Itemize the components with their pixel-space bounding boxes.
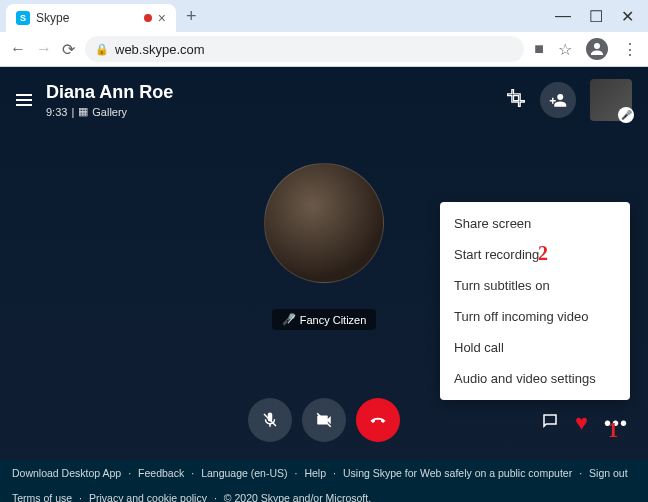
menu-share-screen[interactable]: Share screen bbox=[440, 208, 630, 239]
call-header: Diana Ann Roe 9:33 | ▦ Gallery 🎤 bbox=[0, 67, 648, 133]
address-bar: ← → ⟳ 🔒 web.skype.com ■ ☆ ⋮ bbox=[0, 32, 648, 66]
account-icon[interactable] bbox=[586, 38, 608, 60]
menu-start-recording[interactable]: Start recording bbox=[440, 239, 630, 270]
call-controls bbox=[248, 398, 400, 442]
mute-mic-button[interactable] bbox=[248, 398, 292, 442]
new-tab-button[interactable]: + bbox=[186, 6, 197, 27]
tab-bar: S Skype × + — ☐ ✕ bbox=[0, 0, 648, 32]
footer-link[interactable]: Sign out bbox=[589, 465, 628, 482]
footer-link[interactable]: Terms of use bbox=[12, 490, 72, 502]
footer-link[interactable]: Feedback bbox=[138, 465, 184, 482]
recording-indicator-icon bbox=[144, 14, 152, 22]
footer-link[interactable]: Using Skype for Web safely on a public c… bbox=[343, 465, 572, 482]
footer-link[interactable]: Privacy and cookie policy bbox=[89, 490, 207, 502]
annotation-2: 2 bbox=[538, 242, 548, 265]
footer-copyright: © 2020 Skype and/or Microsoft. bbox=[224, 490, 371, 502]
footer: Download Desktop App· Feedback· Language… bbox=[0, 460, 648, 502]
camera-off-button[interactable] bbox=[302, 398, 346, 442]
more-options-menu: Share screen Start recording Turn subtit… bbox=[440, 202, 630, 400]
maximize-icon[interactable]: ☐ bbox=[589, 7, 603, 26]
menu-subtitles[interactable]: Turn subtitles on bbox=[440, 270, 630, 301]
footer-link[interactable]: Download Desktop App bbox=[12, 465, 121, 482]
bookmark-star-icon[interactable]: ☆ bbox=[558, 40, 572, 59]
lock-icon: 🔒 bbox=[95, 43, 109, 56]
mic-muted-icon: 🎤̸ bbox=[282, 313, 296, 326]
heart-reaction-icon[interactable]: ♥ bbox=[575, 410, 588, 436]
kebab-menu-icon[interactable]: ⋮ bbox=[622, 40, 638, 59]
contact-avatar bbox=[264, 163, 384, 283]
chat-icon[interactable] bbox=[541, 412, 559, 435]
minimize-icon[interactable]: — bbox=[555, 7, 571, 26]
close-window-icon[interactable]: ✕ bbox=[621, 7, 634, 26]
footer-link[interactable]: Language (en-US) bbox=[201, 465, 287, 482]
self-name-chip: 🎤̸ Fancy Citizen bbox=[272, 309, 377, 330]
self-thumbnail[interactable]: 🎤 bbox=[590, 79, 632, 121]
tab-close-icon[interactable]: × bbox=[158, 10, 166, 26]
end-call-button[interactable] bbox=[356, 398, 400, 442]
reload-icon[interactable]: ⟳ bbox=[62, 40, 75, 59]
back-icon[interactable]: ← bbox=[10, 40, 26, 58]
menu-hold-call[interactable]: Hold call bbox=[440, 332, 630, 363]
contact-name: Diana Ann Roe bbox=[46, 82, 173, 103]
hamburger-icon[interactable] bbox=[16, 94, 32, 106]
url-field[interactable]: 🔒 web.skype.com bbox=[85, 36, 524, 62]
forward-icon: → bbox=[36, 40, 52, 58]
url-text: web.skype.com bbox=[115, 42, 205, 57]
call-screen: Diana Ann Roe 9:33 | ▦ Gallery 🎤 🎤̸ Fanc… bbox=[0, 67, 648, 460]
view-label[interactable]: Gallery bbox=[92, 106, 127, 118]
annotation-1: 1 bbox=[608, 419, 618, 442]
call-duration: 9:33 bbox=[46, 106, 67, 118]
camera-icon[interactable]: ■ bbox=[534, 40, 544, 58]
add-participant-button[interactable] bbox=[540, 82, 576, 118]
browser-chrome: S Skype × + — ☐ ✕ ← → ⟳ 🔒 web.skype.com … bbox=[0, 0, 648, 67]
skype-favicon: S bbox=[16, 11, 30, 25]
footer-link[interactable]: Help bbox=[304, 465, 326, 482]
crop-icon[interactable] bbox=[506, 88, 526, 112]
browser-tab[interactable]: S Skype × bbox=[6, 4, 176, 32]
window-controls: — ☐ ✕ bbox=[555, 7, 648, 26]
mic-muted-badge-icon: 🎤 bbox=[618, 107, 634, 123]
call-info: Diana Ann Roe 9:33 | ▦ Gallery bbox=[46, 82, 173, 118]
tab-title: Skype bbox=[36, 11, 138, 25]
menu-av-settings[interactable]: Audio and video settings bbox=[440, 363, 630, 394]
gallery-icon: ▦ bbox=[78, 105, 88, 118]
menu-incoming-video[interactable]: Turn off incoming video bbox=[440, 301, 630, 332]
